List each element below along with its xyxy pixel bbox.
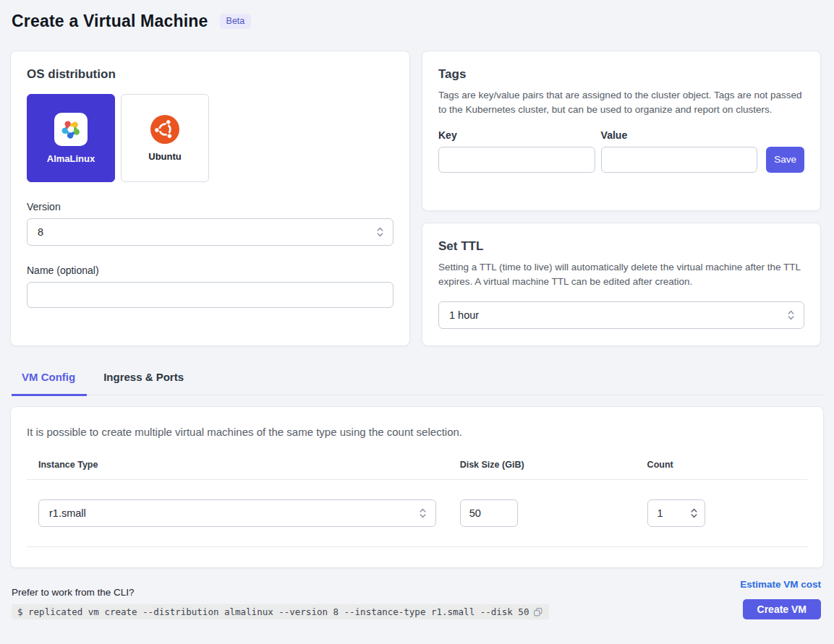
create-vm-page: Create a Virtual Machine Beta OS distrib… (0, 0, 834, 644)
set-ttl-card: Set TTL Setting a TTL (time to live) wil… (422, 223, 821, 346)
config-tabs: VM Config Ingress & Ports (12, 366, 822, 395)
column-header-instance-type: Instance Type (27, 460, 448, 470)
actions-section: Estimate VM cost Create VM (740, 579, 821, 619)
table-header-row: Instance Type Disk Size (GiB) Count (27, 460, 807, 480)
save-tag-button[interactable]: Save (766, 147, 804, 173)
version-select-value: 8 (38, 226, 43, 238)
copy-icon[interactable] (533, 607, 543, 617)
tag-value-input[interactable] (601, 147, 758, 173)
version-select[interactable]: 8 (27, 218, 393, 246)
ttl-description: Setting a TTL (time to live) will automa… (438, 260, 804, 290)
tab-vm-config[interactable]: VM Config (12, 366, 87, 396)
cli-section: Prefer to work from the CLI? $ replicate… (12, 587, 549, 619)
estimate-vm-cost-link[interactable]: Estimate VM cost (740, 579, 821, 590)
chevron-up-down-icon (690, 507, 698, 519)
ttl-select[interactable]: 1 hour (438, 301, 804, 329)
disk-size-input[interactable] (460, 499, 518, 527)
tag-value-label: Value (601, 129, 758, 141)
chevron-up-down-icon (787, 309, 795, 321)
top-grid: OS distribution AlmaLinux (10, 51, 824, 346)
os-option-almalinux[interactable]: AlmaLinux (27, 94, 115, 182)
os-distribution-card: OS distribution AlmaLinux (10, 51, 410, 346)
create-vm-button[interactable]: Create VM (743, 599, 821, 619)
chevron-up-down-icon (419, 507, 427, 519)
tag-key-input[interactable] (438, 147, 595, 173)
page-title: Create a Virtual Machine (12, 12, 208, 31)
cli-command: $ replicated vm create --distribution al… (12, 604, 549, 619)
set-ttl-heading: Set TTL (438, 239, 804, 254)
column-header-disk-size: Disk Size (GiB) (448, 460, 636, 470)
column-header-count: Count (636, 460, 807, 470)
count-stepper[interactable]: 1 (647, 499, 705, 527)
cli-label: Prefer to work from the CLI? (12, 587, 549, 598)
ttl-select-value: 1 hour (449, 309, 479, 321)
os-option-ubuntu[interactable]: Ubuntu (121, 94, 209, 182)
vm-config-card: It is possible to create multiple virtua… (10, 406, 824, 568)
chevron-up-down-icon (376, 226, 384, 238)
tag-key-label: Key (438, 129, 595, 141)
page-header: Create a Virtual Machine Beta (0, 0, 834, 31)
table-row: r1.small 1 (27, 480, 807, 547)
almalinux-icon (54, 113, 88, 146)
beta-badge: Beta (220, 14, 252, 29)
name-input[interactable] (27, 282, 393, 308)
os-option-label: Ubuntu (148, 151, 181, 162)
tags-heading: Tags (438, 67, 804, 82)
version-label: Version (27, 201, 393, 212)
tags-card: Tags Tags are key/value pairs that are a… (422, 51, 821, 211)
os-option-label: AlmaLinux (47, 153, 95, 164)
instance-type-value: r1.small (49, 507, 86, 519)
instance-type-select[interactable]: r1.small (38, 499, 436, 527)
os-tiles: AlmaLinux Ub (27, 94, 393, 182)
tab-ingress-ports[interactable]: Ingress & Ports (93, 366, 195, 396)
right-column: Tags Tags are key/value pairs that are a… (422, 51, 821, 346)
count-value: 1 (658, 507, 663, 519)
tag-entry-row: Key Value Save (438, 129, 804, 173)
vm-config-intro: It is possible to create multiple virtua… (27, 426, 807, 438)
name-label: Name (optional) (27, 265, 393, 276)
cli-command-text: $ replicated vm create --distribution al… (17, 606, 529, 617)
os-distribution-heading: OS distribution (27, 67, 393, 82)
page-footer: Prefer to work from the CLI? $ replicate… (12, 579, 821, 619)
tags-description: Tags are key/value pairs that are assign… (438, 88, 804, 118)
ubuntu-icon (150, 115, 179, 144)
